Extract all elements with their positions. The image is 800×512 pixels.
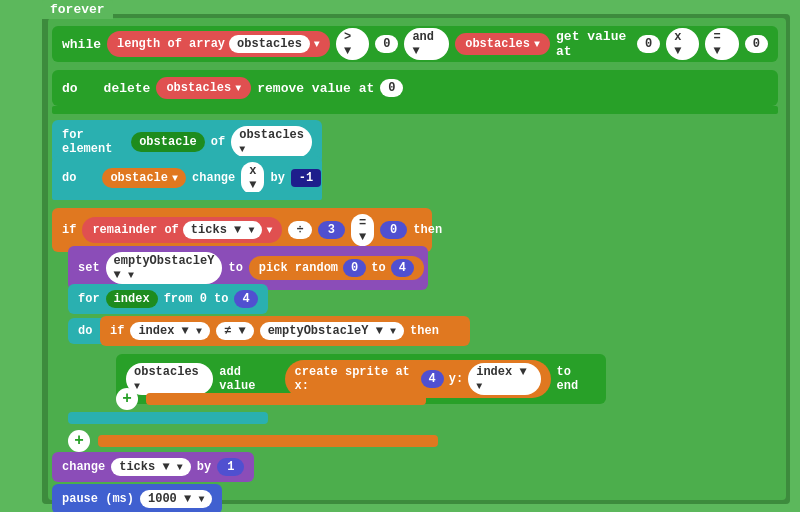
val0-text-6: 0 bbox=[351, 261, 358, 275]
val0-6[interactable]: 0 bbox=[343, 259, 366, 277]
neg1-val[interactable]: -1 bbox=[291, 169, 321, 187]
val0-3[interactable]: 0 bbox=[745, 35, 768, 53]
obstacle-text: obstacle bbox=[139, 135, 197, 149]
do-label-2: do bbox=[62, 171, 76, 185]
x-oval-2[interactable]: x ▼ bbox=[241, 162, 264, 194]
main-container: forever while length of array obstacles … bbox=[0, 0, 800, 512]
val1000-text: 1000 ▼ bbox=[148, 492, 191, 506]
obstacles-text-4: obstacles bbox=[239, 128, 304, 142]
y-label: y: bbox=[449, 372, 463, 386]
outer-plus-button[interactable]: + bbox=[68, 430, 90, 452]
outer-plus-row: + bbox=[68, 430, 438, 452]
obstacle-oval[interactable]: obstacle bbox=[131, 132, 205, 152]
then-label-2: then bbox=[410, 324, 439, 338]
pick-random-pill[interactable]: pick random 0 to 4 bbox=[249, 256, 424, 280]
obstacles-text-5: obstacles bbox=[134, 365, 199, 379]
val0-2[interactable]: 0 bbox=[637, 35, 660, 53]
val4[interactable]: 4 bbox=[391, 259, 414, 277]
emptyObstacleY-dropdown-2[interactable]: emptyObstacleY ▼ bbox=[260, 322, 404, 340]
obstacles-text-3: obstacles bbox=[166, 81, 231, 95]
val4-3[interactable]: 4 bbox=[421, 370, 444, 388]
do-label-3: do bbox=[78, 324, 92, 338]
obstacles-oval-4[interactable]: obstacles bbox=[231, 126, 312, 158]
val0-5[interactable]: 0 bbox=[380, 221, 407, 239]
obstacles-pill-2[interactable]: obstacles bbox=[455, 33, 550, 55]
if-index-row: if index ▼ ≠ ▼ emptyObstacleY ▼ then bbox=[100, 316, 470, 346]
neq-oval[interactable]: ≠ ▼ bbox=[216, 322, 254, 340]
eq-oval-2[interactable]: = ▼ bbox=[351, 214, 374, 246]
val0-1[interactable]: 0 bbox=[375, 35, 398, 53]
by-label-2: by bbox=[197, 460, 211, 474]
of-label: of bbox=[211, 135, 225, 149]
length-of-array-pill[interactable]: length of array obstacles bbox=[107, 31, 330, 57]
index-dropdown-text: index ▼ bbox=[138, 324, 188, 338]
pause-label: pause (ms) bbox=[62, 492, 134, 506]
index-oval[interactable]: index bbox=[106, 290, 158, 308]
from-label: from 0 to bbox=[164, 292, 229, 306]
eq-oval[interactable]: = ▼ bbox=[705, 28, 738, 60]
get-value-label: get value at bbox=[556, 29, 631, 59]
x-text: x ▼ bbox=[674, 30, 681, 58]
val0-text-5: 0 bbox=[390, 223, 397, 237]
val1000[interactable]: 1000 ▼ bbox=[140, 490, 212, 508]
inner-plus-button[interactable]: + bbox=[116, 388, 138, 410]
to-label-1: to bbox=[228, 261, 242, 275]
index-dropdown[interactable]: index ▼ bbox=[130, 322, 210, 340]
gt-oval[interactable]: > ▼ bbox=[336, 28, 369, 60]
ticks-text-2: ticks ▼ bbox=[119, 460, 169, 474]
divide-text: ÷ bbox=[296, 223, 303, 237]
change-label-1: change bbox=[192, 171, 235, 185]
emptyObstacleY-text-2: emptyObstacleY ▼ bbox=[268, 324, 383, 338]
inner-plus-row: + bbox=[116, 388, 426, 410]
obstacles-oval-1[interactable]: obstacles bbox=[229, 35, 310, 53]
ticks-dropdown-2[interactable]: ticks ▼ bbox=[111, 458, 191, 476]
if-end-bar bbox=[98, 435, 438, 447]
neg1-text: -1 bbox=[299, 171, 313, 185]
change-ticks-row: change ticks ▼ by 1 bbox=[52, 452, 254, 482]
do-delete-row: do delete obstacles remove value at 0 bbox=[52, 70, 778, 106]
val0-text-2: 0 bbox=[645, 37, 652, 51]
val3[interactable]: 3 bbox=[318, 221, 345, 239]
teal-end-bar bbox=[52, 192, 322, 200]
val4-text-2: 4 bbox=[242, 292, 249, 306]
then-label-1: then bbox=[413, 223, 442, 237]
index-dropdown-text-2: index ▼ bbox=[476, 365, 526, 379]
val0-text-3: 0 bbox=[753, 37, 760, 51]
obstacle-dropdown[interactable]: obstacle bbox=[102, 168, 186, 188]
x-text-2: x ▼ bbox=[249, 164, 256, 192]
for-index-end-bar bbox=[68, 412, 268, 424]
for-index-row: for index from 0 to 4 bbox=[68, 284, 268, 314]
obstacles-pill-3[interactable]: obstacles bbox=[156, 77, 251, 99]
pick-random-text: pick random bbox=[259, 261, 338, 275]
if-index-end-bar bbox=[146, 393, 426, 405]
obstacles-text-1: obstacles bbox=[237, 37, 302, 51]
length-text: length of array bbox=[117, 37, 225, 51]
index-dropdown-2[interactable]: index ▼ bbox=[468, 363, 540, 395]
delete-label: delete bbox=[104, 81, 151, 96]
and-oval[interactable]: and ▼ bbox=[404, 28, 449, 60]
green-divider-1 bbox=[52, 106, 778, 114]
emptyObstacleY-text-1: emptyObstacleY ▼ bbox=[114, 254, 215, 282]
val4-2[interactable]: 4 bbox=[234, 290, 257, 308]
do-label-1: do bbox=[62, 81, 78, 96]
and-text: and ▼ bbox=[412, 30, 434, 58]
eq-text-2: = ▼ bbox=[359, 216, 366, 244]
eq-text: = ▼ bbox=[713, 30, 720, 58]
x-oval[interactable]: x ▼ bbox=[666, 28, 699, 60]
val4-text: 4 bbox=[399, 261, 406, 275]
val4-text-3: 4 bbox=[429, 372, 436, 386]
val0-text-4: 0 bbox=[388, 81, 395, 95]
val1[interactable]: 1 bbox=[217, 458, 244, 476]
if-label-2: if bbox=[110, 324, 124, 338]
gt-text: > ▼ bbox=[344, 30, 351, 58]
to-end-label: to end bbox=[557, 365, 597, 393]
forever-label: forever bbox=[42, 0, 113, 19]
for-element-label: for element bbox=[62, 128, 125, 156]
index-text: index bbox=[114, 292, 150, 306]
ticks-dropdown-1[interactable]: ticks ▼ bbox=[183, 221, 263, 239]
remainder-text: remainder of bbox=[92, 223, 178, 237]
remainder-pill[interactable]: remainder of ticks ▼ bbox=[82, 217, 282, 243]
divide-oval[interactable]: ÷ bbox=[288, 221, 311, 239]
emptyObstacleY-dropdown-1[interactable]: emptyObstacleY ▼ bbox=[106, 252, 223, 284]
val0-4[interactable]: 0 bbox=[380, 79, 403, 97]
